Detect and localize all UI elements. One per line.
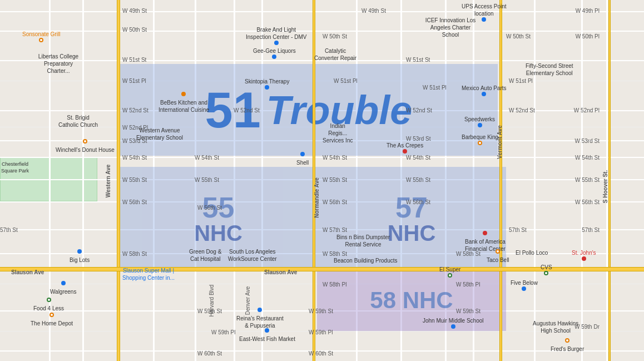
label-w52nd-1: W 52nd St <box>122 107 148 113</box>
label-w51st-pl3: W 51st Pl <box>423 85 447 91</box>
zone-57-name: NHC <box>388 222 436 244</box>
poi-beacon: Beacon Building Products <box>334 257 398 264</box>
poi-gee-gee: Gee-Gee Liquors <box>253 47 296 62</box>
zone-57-number: 57 <box>395 193 428 222</box>
label-w58th-pl2: W 58th Pl <box>456 281 480 288</box>
label-w59th-pl1: W 59th Pl <box>211 329 235 335</box>
label-w51st-pl2: W 51st Pl <box>334 78 358 84</box>
poi-indiana-reg: IndianRegis... Services Inc <box>323 122 353 144</box>
label-w55th-4: W 55th St <box>406 177 430 183</box>
poi-as-crepes: The As Crepes <box>387 142 423 156</box>
label-w55th-2: W 55th St <box>195 177 219 183</box>
label-w54th-5: W 54th St <box>575 155 600 161</box>
label-w49th-1: W 49th St <box>122 8 147 14</box>
label-hoover-st: S Hoover St. <box>602 170 608 203</box>
label-w51st-pl4: W 51st Pl <box>509 78 533 84</box>
label-w57th-1: 57th St <box>0 227 18 233</box>
poi-home-depot: The Home Depot <box>31 313 73 327</box>
label-w55th-1: W 55th St <box>122 177 147 183</box>
zone-58-number: 58 NHC <box>370 289 453 312</box>
label-w50th-4: W 50th Pl <box>576 33 600 39</box>
poi-skintopia: Skintopia Therapy <box>245 78 289 92</box>
poi-chesterfield: Chesterfield Square Park <box>1 161 29 174</box>
poi-five-below: Five Below <box>511 279 538 294</box>
poi-el-pollo-loco: El Pollo Loco <box>516 249 548 256</box>
label-w54th-3: W 54th St <box>323 155 347 161</box>
poi-shell: Shell <box>296 152 309 166</box>
label-western-ave: Western Ave <box>105 165 111 198</box>
poi-reinas: Reina's Restaurant & Pupuseria <box>236 308 284 329</box>
label-w57th-2: W 57th St <box>323 227 347 233</box>
hoover-st-road <box>608 0 611 361</box>
poi-cvs: CVS <box>541 264 552 278</box>
road-w50th <box>0 31 644 32</box>
label-w59th-2: W 59th St <box>309 308 333 314</box>
label-w56th-3: W 56th St <box>323 199 347 205</box>
road-v11 <box>534 0 536 361</box>
label-w53rd-3: W 53rd St <box>575 138 600 144</box>
label-w55th-5: W 55th St <box>575 177 600 183</box>
poi-speedwerks: Speedwerks <box>464 116 495 130</box>
poi-icef: ICEF Innovation Los Angeles Charter Scho… <box>423 17 478 38</box>
label-w52nd-2: W 52nd St <box>234 107 260 113</box>
label-w56th-5: W 56th St <box>575 199 600 205</box>
label-w56th-2: W 56th St <box>197 205 222 211</box>
label-w53rd-2: W 53rd St <box>406 136 430 142</box>
road-w54th <box>0 157 644 158</box>
western-ave-road <box>117 0 120 361</box>
label-w50th-3: W 50th St <box>506 33 531 39</box>
label-w50th-2: W 50th St <box>323 33 347 39</box>
vermont-ave-road <box>499 0 502 361</box>
map-container: 51 Trouble 55 NHC 57 NHC 58 NHC Western … <box>0 0 644 361</box>
label-w51st-pl1: W 51st Pl <box>122 78 146 84</box>
label-w51st-1: W 51st St <box>122 57 146 63</box>
label-w58th-pl1: W 58th Pl <box>323 281 346 288</box>
poi-taco-bell: Taco Bell <box>487 249 509 264</box>
label-w52nd-4: W 52nd St <box>509 107 535 113</box>
label-w58th-2: W 58th St <box>323 251 347 257</box>
label-w49th-3: W 49th Pl <box>576 8 600 14</box>
label-w56th-1: W 56th St <box>122 199 147 205</box>
label-w49th-2: W 49th St <box>361 8 386 14</box>
label-slauson-mid: Slauson Ave <box>264 269 297 275</box>
label-normandie-ave: Normandie Ave <box>314 177 320 218</box>
poi-winchells: Winchell's Donut House <box>56 139 115 154</box>
poi-freds-burger: Fred's Burger <box>551 338 584 353</box>
poi-western-elem: Western Avenue Elementary School <box>136 127 183 141</box>
label-harvard-blvd: Harvard Blvd <box>209 285 215 317</box>
label-w56th-4: W 56th St <box>406 199 430 205</box>
poi-mexico-auto: Mexico Auto Parts <box>462 85 507 99</box>
poi-big-lots: Big Lots <box>70 249 90 264</box>
poi-st-johns: St. John's <box>572 249 596 264</box>
poi-catalytic: Catalytic Converter Repair <box>314 47 356 62</box>
poi-barbeque-king: Barbeque King <box>462 133 498 148</box>
label-w59th-3: W 59th St <box>456 308 480 314</box>
label-w57th-3: 57th St <box>509 227 527 233</box>
label-w60th-2: W 60th St <box>309 350 333 357</box>
poi-walgreens: Walgreens <box>50 281 76 295</box>
label-w54th-1: W 54th St <box>122 155 147 161</box>
label-w60th-1: W 60th St <box>197 350 222 357</box>
poi-brake-light: Brake And Light Inspection Center - DMV <box>246 26 307 48</box>
poi-libertas: Libertas College Preparatory Charter... <box>33 53 83 75</box>
poi-east-west-fish: East-West Fish Market <box>239 328 295 343</box>
poi-green-dog: Green Dog & Cat Hospital <box>189 248 221 263</box>
label-w52nd-3: W 52nd St <box>406 107 432 113</box>
poi-worksource: South Los Angeles WorkSource Center <box>228 248 277 263</box>
poi-el-super: El Super <box>439 266 460 280</box>
poi-bins-n-bins: Bins n Bins Dumpster Rental Service <box>336 234 390 248</box>
label-w57th-4: 57th St <box>582 227 600 233</box>
poi-fifty-second: Fifty-Second Street Elementary School <box>526 62 573 77</box>
label-w55th-3: W 55th St <box>323 177 347 183</box>
poi-sonsonate-grill: Sonsonate Grill <box>22 31 60 45</box>
poi-slauson-mall: Slauson Super Mall | Shopping Center in.… <box>122 267 175 281</box>
poi-bebes: BeBes Kitchen and International Cuisine <box>158 92 209 113</box>
poi-st-brigid: St. Brigid Catholic Church <box>58 114 98 128</box>
label-slauson-ave: Slauson Ave <box>11 269 44 275</box>
zone-55-name: NHC <box>194 222 242 244</box>
road-w49th <box>0 11 644 12</box>
poi-augustus-hawkins: Augustus Hawkins High School <box>533 320 578 334</box>
label-w59th-pl2: W 59th Pl <box>309 329 333 335</box>
poi-food4less: Food 4 Less <box>33 298 64 312</box>
label-w52nd-pl2: W 52nd Pl <box>574 107 600 113</box>
